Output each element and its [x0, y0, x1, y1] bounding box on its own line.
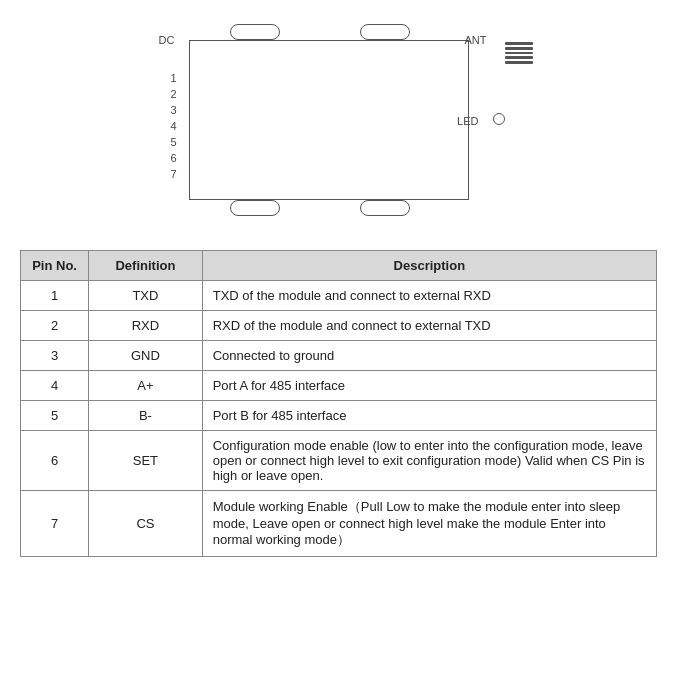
diagram-wrapper: DC 1 2 3 4 5 6 7 ANT [129, 20, 549, 220]
table-row: 7CSModule working Enable（Pull Low to mak… [21, 491, 657, 557]
cell-definition: A+ [89, 371, 203, 401]
cell-description: Module working Enable（Pull Low to make t… [202, 491, 656, 557]
table-row: 1TXDTXD of the module and connect to ext… [21, 281, 657, 311]
cell-definition: SET [89, 431, 203, 491]
cell-pin-no: 1 [21, 281, 89, 311]
pin-table: Pin No. Definition Description 1TXDTXD o… [20, 250, 657, 557]
antenna-line-4 [505, 56, 533, 59]
cell-pin-no: 4 [21, 371, 89, 401]
dc-label: DC [159, 34, 175, 46]
cell-description: RXD of the module and connect to externa… [202, 311, 656, 341]
cell-pin-no: 5 [21, 401, 89, 431]
col-header-pin-no: Pin No. [21, 251, 89, 281]
col-header-description: Description [202, 251, 656, 281]
cell-description: Configuration mode enable (low to enter … [202, 431, 656, 491]
antenna-line-5 [505, 61, 533, 64]
table-row: 2RXDRXD of the module and connect to ext… [21, 311, 657, 341]
antenna-icon [505, 42, 533, 64]
table-row: 3GNDConnected to ground [21, 341, 657, 371]
table-row: 5B-Port B for 485 interface [21, 401, 657, 431]
cell-description: Connected to ground [202, 341, 656, 371]
cell-pin-no: 6 [21, 431, 89, 491]
notch-top-left [230, 24, 280, 40]
table-row: 4A+Port A for 485 interface [21, 371, 657, 401]
pin-num-1: 1 [171, 70, 177, 86]
cell-pin-no: 2 [21, 311, 89, 341]
module-diagram: DC 1 2 3 4 5 6 7 ANT [20, 10, 657, 240]
cell-definition: GND [89, 341, 203, 371]
pin-num-7: 7 [171, 166, 177, 182]
cell-definition: B- [89, 401, 203, 431]
pin-num-4: 4 [171, 118, 177, 134]
cell-definition: CS [89, 491, 203, 557]
pin-num-3: 3 [171, 102, 177, 118]
table-header-row: Pin No. Definition Description [21, 251, 657, 281]
pin-num-6: 6 [171, 150, 177, 166]
cell-description: TXD of the module and connect to externa… [202, 281, 656, 311]
antenna-line-3 [505, 52, 533, 55]
col-header-definition: Definition [89, 251, 203, 281]
pin-num-5: 5 [171, 134, 177, 150]
notch-top-right [360, 24, 410, 40]
table-row: 6SETConfiguration mode enable (low to en… [21, 431, 657, 491]
led-label: LED [457, 115, 478, 127]
notch-bottom-right [360, 200, 410, 216]
notch-bottom-left [230, 200, 280, 216]
module-rect [189, 40, 469, 200]
led-indicator [493, 113, 505, 125]
cell-definition: RXD [89, 311, 203, 341]
antenna-line-2 [505, 47, 533, 50]
pin-numbers: 1 2 3 4 5 6 7 [171, 70, 177, 182]
cell-definition: TXD [89, 281, 203, 311]
antenna-line-1 [505, 42, 533, 45]
pin-num-2: 2 [171, 86, 177, 102]
cell-pin-no: 3 [21, 341, 89, 371]
cell-description: Port B for 485 interface [202, 401, 656, 431]
ant-label: ANT [465, 34, 487, 46]
cell-pin-no: 7 [21, 491, 89, 557]
cell-description: Port A for 485 interface [202, 371, 656, 401]
